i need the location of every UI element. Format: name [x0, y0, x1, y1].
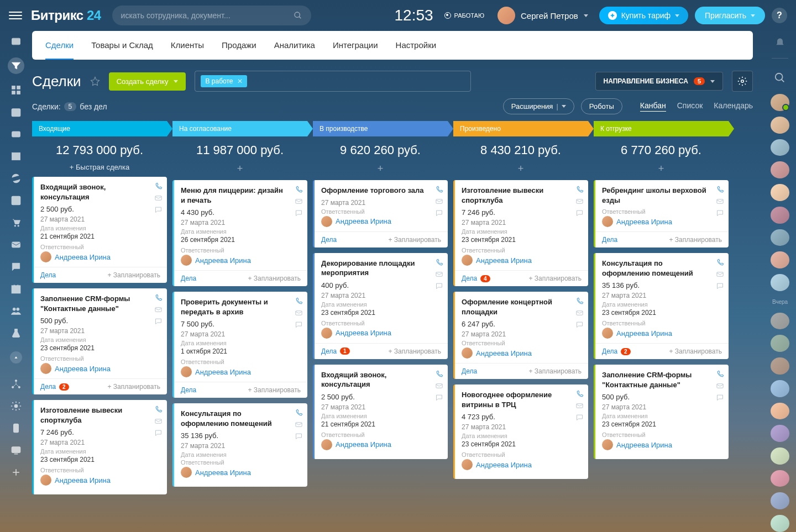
mail-icon[interactable] — [154, 417, 163, 425]
view-calendar[interactable]: Календарь — [714, 101, 753, 112]
close-icon[interactable]: ✕ — [237, 77, 243, 85]
deal-card[interactable]: Меню для пиццерии: дизайн и печать4 430 … — [172, 180, 307, 286]
sidebar-mail-icon[interactable] — [10, 239, 22, 251]
contact-avatar[interactable] — [771, 161, 789, 178]
user-menu[interactable]: Сергей Петров — [498, 7, 588, 24]
sidebar-archive-icon[interactable] — [10, 150, 22, 162]
card-responsible[interactable]: Андреева Ирина — [602, 216, 722, 227]
mail-icon[interactable] — [295, 197, 303, 206]
extensions-button[interactable]: Расширения| — [503, 98, 574, 114]
card-responsible[interactable]: Андреева Ирина — [602, 328, 722, 339]
chat-icon[interactable] — [716, 282, 724, 290]
phone-icon[interactable] — [154, 294, 163, 302]
card-title[interactable]: Входящий звонок, консультация — [40, 182, 160, 202]
contact-avatar[interactable] — [771, 251, 789, 268]
contact-avatar[interactable] — [771, 380, 789, 397]
contact-avatar[interactable] — [771, 229, 789, 246]
card-responsible[interactable]: Андреева Ирина — [602, 439, 722, 450]
direction-button[interactable]: НАПРАВЛЕНИЕ БИЗНЕСА 5 — [595, 72, 723, 91]
chat-icon[interactable] — [575, 209, 584, 217]
card-plan-link[interactable]: + Запланировать — [248, 386, 301, 394]
sidebar-window-icon[interactable] — [10, 35, 22, 48]
contact-avatar[interactable] — [771, 94, 789, 111]
card-title[interactable]: Новогоднее оформление витрины в ТРЦ — [462, 390, 582, 409]
mail-icon[interactable] — [154, 305, 163, 314]
card-plan-link[interactable]: + Запланировать — [107, 271, 160, 279]
nav-analytics[interactable]: Аналитика — [274, 31, 315, 60]
card-plan-link[interactable]: + Запланировать — [669, 347, 722, 355]
sidebar-mobile-icon[interactable] — [10, 422, 22, 434]
chat-icon[interactable] — [154, 206, 163, 214]
card-deals-link[interactable]: Дела — [181, 386, 196, 394]
bell-icon[interactable] — [772, 35, 788, 49]
filter-chip[interactable]: В работе ✕ — [201, 75, 247, 87]
deal-card[interactable]: Заполнение CRM-формы "Контактные данные"… — [32, 288, 167, 394]
card-responsible[interactable]: Андреева Ирина — [40, 251, 160, 262]
contact-avatar[interactable] — [771, 447, 789, 465]
sidebar-funnel-icon[interactable] — [8, 57, 24, 74]
card-plan-link[interactable]: + Запланировать — [388, 347, 441, 355]
sidebar-calendar-icon[interactable] — [10, 106, 22, 118]
mail-icon[interactable] — [575, 402, 584, 410]
stage-header[interactable]: В производстве — [313, 121, 448, 136]
settings-gear-button[interactable] — [732, 71, 753, 92]
phone-icon[interactable] — [716, 370, 724, 378]
card-plan-link[interactable]: + Запланировать — [669, 236, 722, 244]
chat-icon[interactable] — [154, 429, 163, 437]
phone-icon[interactable] — [435, 370, 443, 378]
card-plan-link[interactable]: + Запланировать — [248, 275, 301, 282]
mail-icon[interactable] — [575, 197, 584, 206]
sidebar-grid-icon[interactable] — [10, 84, 22, 96]
invite-button[interactable]: Пригласить — [695, 7, 765, 24]
contact-avatar[interactable] — [771, 335, 789, 352]
deal-card[interactable]: Входящий звонок, консультация2 500 руб.2… — [313, 365, 448, 459]
nav-sales[interactable]: Продажи — [222, 31, 256, 60]
deal-card[interactable]: Изготовление вывески спортклуба7 246 руб… — [453, 180, 588, 286]
contact-avatar[interactable] — [771, 139, 789, 156]
chat-icon[interactable] — [154, 317, 163, 325]
card-title[interactable]: Ребрендинг школы верховой езды — [602, 186, 722, 205]
card-responsible[interactable]: Андреева Ирина — [321, 216, 441, 227]
sidebar-desktop-icon[interactable] — [10, 444, 22, 456]
card-deals-link[interactable]: Дела — [181, 275, 196, 282]
phone-icon[interactable] — [295, 409, 303, 417]
robots-button[interactable]: Роботы — [581, 98, 622, 114]
nav-clients[interactable]: Клиенты — [171, 31, 204, 60]
sidebar-schedule-icon[interactable] — [10, 283, 22, 295]
mail-icon[interactable] — [154, 194, 163, 202]
card-plan-link[interactable]: + Запланировать — [107, 383, 160, 391]
view-list[interactable]: Список — [677, 101, 703, 112]
sidebar-chat-icon[interactable] — [10, 261, 22, 273]
card-plan-link[interactable]: + Запланировать — [528, 275, 582, 282]
nav-integrations[interactable]: Интеграции — [333, 31, 378, 60]
deal-card[interactable]: Проверить документы и передать в архив7 … — [172, 292, 307, 398]
stage-header[interactable]: Произведено — [453, 121, 588, 136]
quick-add[interactable]: + Быстрая сделка — [32, 161, 167, 177]
chat-icon[interactable] — [716, 209, 724, 217]
contact-search-icon[interactable] — [774, 72, 786, 84]
card-title[interactable]: Оформление торгового зала — [321, 186, 441, 196]
global-search[interactable] — [112, 6, 311, 25]
contact-avatar[interactable] — [771, 470, 789, 487]
mail-icon[interactable] — [716, 270, 724, 278]
card-title[interactable]: Оформление концертной площадки — [462, 297, 582, 317]
card-deals-link[interactable]: Дела — [462, 367, 477, 375]
work-status[interactable]: РАБОТАЮ — [444, 12, 484, 19]
chat-icon[interactable] — [716, 393, 724, 402]
contact-avatar[interactable] — [771, 207, 789, 224]
card-deals-link[interactable]: Дела — [321, 236, 337, 244]
mail-icon[interactable] — [575, 309, 584, 317]
nav-products[interactable]: Товары и Склад — [91, 31, 153, 60]
mail-icon[interactable] — [435, 270, 443, 278]
deal-card[interactable]: Изготовление вывески спортклуба7 246 руб… — [32, 400, 167, 494]
chat-icon[interactable] — [435, 393, 443, 402]
chat-icon[interactable] — [575, 413, 584, 422]
sidebar-lab-icon[interactable] — [10, 327, 22, 339]
phone-icon[interactable] — [575, 390, 584, 398]
contact-avatar[interactable] — [771, 515, 789, 532]
sidebar-card-icon[interactable] — [10, 128, 22, 140]
card-responsible[interactable]: Андреева Ирина — [181, 467, 301, 478]
card-title[interactable]: Проверить документы и передать в архив — [181, 297, 301, 317]
card-title[interactable]: Заполнение CRM-формы "Контактные данные" — [602, 370, 722, 389]
logo[interactable]: Битрикс 24 — [31, 8, 101, 23]
